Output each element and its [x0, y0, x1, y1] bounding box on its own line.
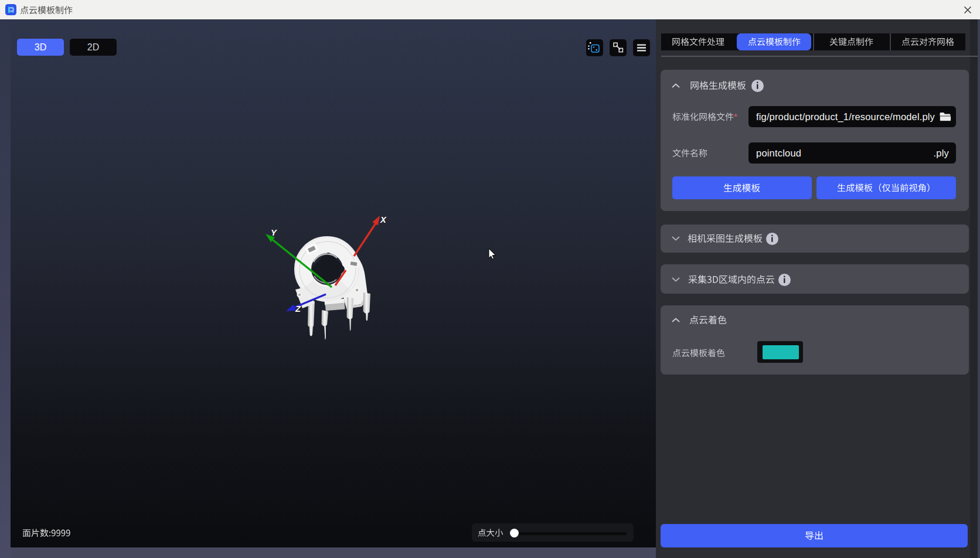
svg-text:X: X — [380, 215, 387, 224]
svg-text:Z: Z — [295, 304, 301, 314]
svg-text:Y: Y — [271, 228, 277, 237]
